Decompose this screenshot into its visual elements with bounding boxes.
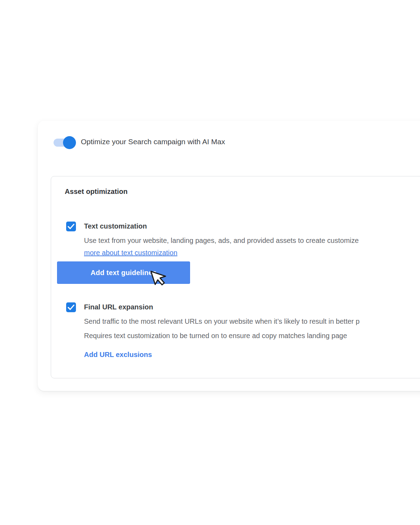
card-title: Asset optimization [65,188,128,196]
text-customization-checkbox[interactable] [66,222,76,231]
final-url-expansion-description-1: Send traffic to the most relevant URLs o… [84,317,359,326]
asset-optimization-card: Asset optimization Text customization Us… [51,176,420,378]
ai-max-panel: Optimize your Search campaign with AI Ma… [38,121,420,391]
ai-max-toggle-label: Optimize your Search campaign with AI Ma… [81,138,225,146]
final-url-expansion-description-2: Requires text customization to be turned… [84,332,347,340]
add-text-guidelines-button[interactable]: Add text guidelines [57,261,190,284]
add-url-exclusions-link[interactable]: Add URL exclusions [84,351,152,359]
text-customization-title: Text customization [84,222,147,230]
text-customization-description: Use text from your website, landing page… [84,237,359,245]
learn-more-text-customization-link[interactable]: more about text customization [84,249,177,257]
final-url-expansion-checkbox[interactable] [66,302,76,312]
toggle-thumb-icon [63,136,76,149]
final-url-expansion-title: Final URL expansion [84,303,153,311]
